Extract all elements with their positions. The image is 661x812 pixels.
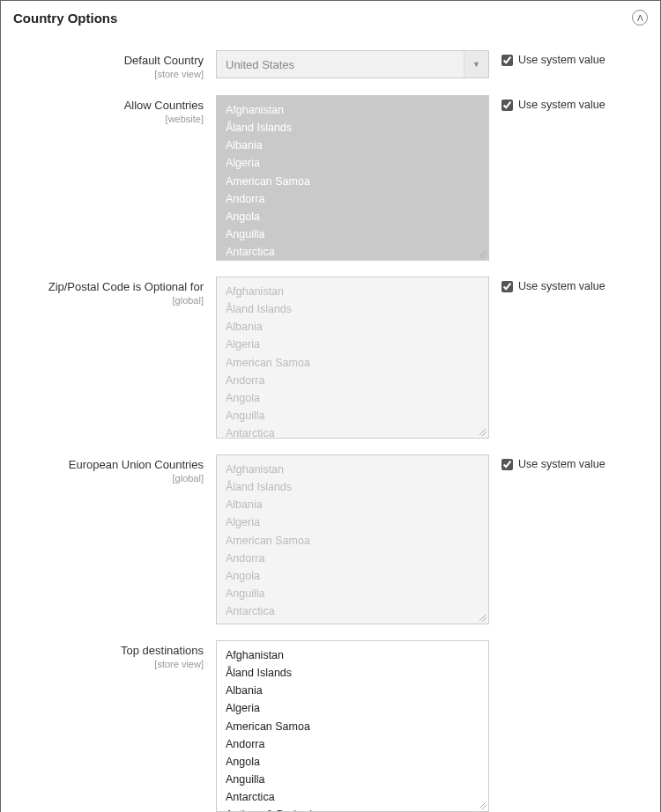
country-option[interactable]: Algeria [226,336,485,353]
use-system-label[interactable]: Use system value [518,99,605,111]
field-control-col: United States ▼ [216,50,489,78]
use-system-label[interactable]: Use system value [518,458,605,470]
country-option[interactable]: Albania [226,682,485,699]
country-option[interactable]: Afghanistan [226,461,485,478]
collapse-button[interactable]: ᐱ [632,10,648,26]
field-control-col: AfghanistanÅland IslandsAlbaniaAlgeriaAm… [216,277,489,439]
field-check-col [489,640,501,644]
field-label: Top destinations [13,644,204,657]
field-eu-countries: European Union Countries [global] Afghan… [13,454,648,624]
panel-header: Country Options ᐱ [1,1,660,34]
use-system-label[interactable]: Use system value [518,280,605,292]
field-control-col: AfghanistanÅland IslandsAlbaniaAlgeriaAm… [216,640,489,812]
country-option[interactable]: Åland Islands [226,664,485,682]
country-option[interactable]: Afghanistan [226,101,485,119]
country-option[interactable]: Angola [226,567,485,585]
field-check-col: Use system value [489,50,605,66]
field-label-col: Allow Countries [website] [13,95,216,124]
select-value: United States [217,58,303,71]
country-option[interactable]: Algeria [226,699,485,717]
country-option[interactable]: Afghanistan [226,283,485,300]
country-option[interactable]: Albania [226,137,485,154]
chevron-down-icon: ▼ [464,51,488,78]
field-label: Zip/Postal Code is Optional for [13,280,204,293]
field-top-destinations: Top destinations [store view] Afghanista… [13,640,648,812]
use-system-checkbox-zip-optional[interactable] [501,281,513,292]
country-option[interactable]: Åland Islands [226,119,485,137]
country-option[interactable]: Algeria [226,154,485,172]
field-allow-countries: Allow Countries [website] AfghanistanÅla… [13,95,648,261]
country-option[interactable]: Angola [226,753,485,771]
field-label-col: Default Country [store view] [13,50,216,79]
country-option[interactable]: Albania [226,318,485,336]
country-option[interactable]: Antigua & Barbuda [226,806,485,812]
field-scope: [store view] [13,69,204,79]
field-check-col: Use system value [489,277,605,292]
field-control-col: AfghanistanÅland IslandsAlbaniaAlgeriaAm… [216,454,489,624]
country-option[interactable]: American Samoa [226,173,485,190]
use-system-checkbox-eu-countries[interactable] [501,459,513,470]
country-option[interactable]: Åland Islands [226,300,485,318]
use-system-label[interactable]: Use system value [518,54,605,66]
field-scope: [global] [13,295,204,306]
chevron-up-icon: ᐱ [637,13,643,23]
zip-optional-multiselect[interactable]: AfghanistanÅland IslandsAlbaniaAlgeriaAm… [216,277,489,439]
field-zip-optional: Zip/Postal Code is Optional for [global]… [13,277,648,439]
panel-body: Default Country [store view] United Stat… [1,50,660,812]
field-label-col: European Union Countries [global] [13,454,216,484]
country-option[interactable]: American Samoa [226,532,485,550]
default-country-select[interactable]: United States ▼ [216,50,489,78]
use-system-checkbox-allow-countries[interactable] [501,100,513,111]
country-option[interactable]: Antigua & Barbuda [226,620,485,624]
country-option[interactable]: Angola [226,208,485,225]
country-option[interactable]: American Samoa [226,718,485,735]
country-option[interactable]: Anguilla [226,225,485,243]
country-option[interactable]: Angola [226,389,485,407]
field-label: European Union Countries [13,458,204,471]
country-option[interactable]: Afghanistan [226,646,485,664]
allow-countries-multiselect[interactable]: AfghanistanÅland IslandsAlbaniaAlgeriaAm… [216,95,489,261]
field-default-country: Default Country [store view] United Stat… [13,50,648,79]
field-scope: [global] [13,473,204,484]
country-options-panel: Country Options ᐱ Default Country [store… [0,0,661,812]
field-label-col: Zip/Postal Code is Optional for [global] [13,277,216,306]
field-check-col: Use system value [489,95,605,111]
country-option[interactable]: Antarctica [226,243,485,261]
country-option[interactable]: Anguilla [226,407,485,424]
field-label: Default Country [13,54,204,67]
field-control-col: AfghanistanÅland IslandsAlbaniaAlgeriaAm… [216,95,489,261]
country-option[interactable]: American Samoa [226,354,485,372]
top-destinations-multiselect[interactable]: AfghanistanÅland IslandsAlbaniaAlgeriaAm… [216,640,489,812]
eu-countries-multiselect[interactable]: AfghanistanÅland IslandsAlbaniaAlgeriaAm… [216,454,489,624]
field-scope: [website] [13,114,204,124]
country-option[interactable]: Andorra [226,372,485,389]
use-system-checkbox-default-country[interactable] [501,55,513,66]
country-option[interactable]: Antarctica [226,424,485,439]
country-option[interactable]: Antarctica [226,788,485,806]
country-option[interactable]: Andorra [226,550,485,567]
field-label: Allow Countries [13,99,204,112]
country-option[interactable]: Albania [226,496,485,513]
country-option[interactable]: Åland Islands [226,478,485,496]
country-option[interactable]: Andorra [226,735,485,753]
panel-title: Country Options [13,11,117,26]
country-option[interactable]: Algeria [226,513,485,531]
field-check-col: Use system value [489,454,605,470]
field-label-col: Top destinations [store view] [13,640,216,669]
country-option[interactable]: Andorra [226,190,485,208]
country-option[interactable]: Antarctica [226,602,485,620]
field-scope: [store view] [13,659,204,669]
country-option[interactable]: Anguilla [226,771,485,788]
country-option[interactable]: Anguilla [226,585,485,602]
